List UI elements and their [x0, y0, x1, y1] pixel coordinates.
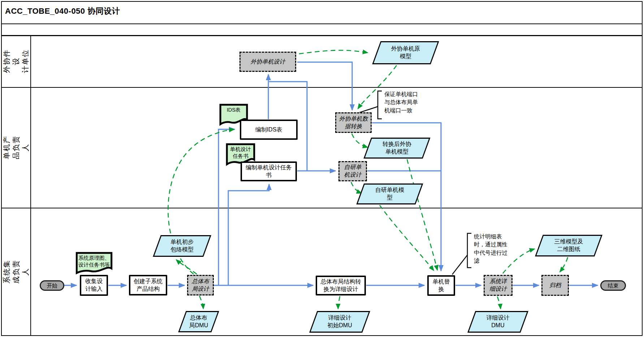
task-label: 编制单机设计任务 书: [242, 163, 295, 180]
activity-overall-layout-design[interactable]: 总体布 局设计: [187, 275, 214, 295]
data-converted-model[interactable]: 转换后外协 单机模型: [362, 138, 432, 159]
activity-self-developed-design[interactable]: 自研单 机设计: [338, 161, 367, 181]
data-label: 详细设计 DMU: [466, 311, 530, 333]
task-collect-design-input[interactable]: 收集设 计输入: [80, 275, 108, 296]
activity-system-detail-design[interactable]: 系统详 细设计: [484, 275, 513, 296]
data-label: 三维模型及 二维图纸: [534, 235, 604, 256]
task-label: 编制IDS表: [241, 121, 296, 138]
stat-note-bracket: [467, 233, 471, 268]
data-model-drawing-to-archive: [560, 257, 568, 272]
data-label: 单机初步 包络模型: [152, 235, 212, 257]
data-outsourced-orig-model[interactable]: 外协单机原 模型: [371, 41, 440, 64]
data-layout-dmu[interactable]: 总体布 局DMU: [177, 311, 220, 332]
port-note-bracket: [378, 91, 382, 119]
data-outsourced-design-to-orig-model: [291, 50, 368, 55]
task-unit-replace[interactable]: 单机替 换: [427, 275, 455, 296]
data-label: 转换后外协 单机模型: [362, 138, 432, 159]
document-system-schematic[interactable]: 系统原理图、 设计任务书等: [75, 252, 113, 275]
activity-outsourced-design[interactable]: 外协单机设计: [239, 52, 296, 72]
task-compile-ids[interactable]: 编制IDS表: [240, 120, 298, 140]
activity-label: 系统详 细设计: [485, 276, 511, 295]
task-label: 单机替 换: [429, 277, 454, 294]
start-node[interactable]: 开始: [40, 280, 64, 291]
data-initial-detail-dmu[interactable]: 详细设计 初始DMU: [308, 311, 371, 333]
stat-note-pointer: [452, 255, 467, 275]
data-label: 详细设计 初始DMU: [308, 311, 371, 333]
data-sysdetail-to-detail-dmu: [497, 297, 501, 309]
data-transform-to-initial-dmu: [338, 296, 340, 309]
data-detail-design-dmu[interactable]: 详细设计 DMU: [466, 311, 530, 333]
data-label: 总体布 局DMU: [177, 311, 220, 332]
data-envelope-model[interactable]: 单机初步 包络模型: [152, 235, 212, 257]
task-create-subsystem-structure[interactable]: 创建子系统 产品结构: [129, 275, 167, 295]
end-node[interactable]: 结束: [600, 280, 626, 291]
activity-label: 外协单机设计: [241, 53, 295, 71]
swimlane-diagram: ACC_TOBE_040-050 协同设计 外协件设 计单位 单机产品负责人 系…: [0, 0, 644, 337]
start-label: 开始: [41, 281, 63, 290]
task-layout-to-detail-design[interactable]: 总体布局结构转 换为详细设计: [316, 276, 366, 295]
activity-label: 外协单机数 据转换: [336, 113, 371, 132]
data-layout-to-layout-dmu: [199, 296, 203, 309]
activity-archive[interactable]: 归档: [541, 275, 569, 296]
activity-label: 归档: [543, 276, 568, 295]
task-compile-design-task[interactable]: 编制单机设计任务 书: [241, 161, 297, 181]
annotation-port-note: 保证单机端口 与总体布局单 机端口一致: [384, 90, 424, 115]
task-label: 收集设 计输入: [81, 276, 107, 294]
data-label: 外协单机原 模型: [371, 41, 440, 64]
data-3d-model-2d-drawing[interactable]: 三维模型及 二维图纸: [534, 235, 604, 256]
task-label: 总体布局结构转 换为详细设计: [317, 277, 364, 294]
data-label: 自研单机模 型: [355, 183, 424, 204]
activity-label: 自研单 机设计: [340, 162, 366, 180]
end-label: 结束: [601, 281, 625, 290]
data-self-model-to-replace: [380, 205, 434, 271]
task-label: 创建子系统 产品结构: [130, 276, 166, 294]
flow-layout-to-compile-task: [228, 184, 269, 285]
data-converted-model-to-replace: [407, 159, 437, 270]
document-label: 系统原理图、 设计任务书等: [75, 252, 113, 278]
activity-label: 总体布 局设计: [188, 276, 213, 294]
activity-outsourced-data-convert[interactable]: 外协单机数 据转换: [335, 112, 372, 133]
flow-outsourced-design-to-data-convert: [297, 62, 352, 110]
annotation-stat-note: 统计明细表 时，通过属性 中代号进行过 滤: [474, 233, 511, 265]
data-self-developed-model[interactable]: 自研单机模 型: [355, 183, 424, 204]
